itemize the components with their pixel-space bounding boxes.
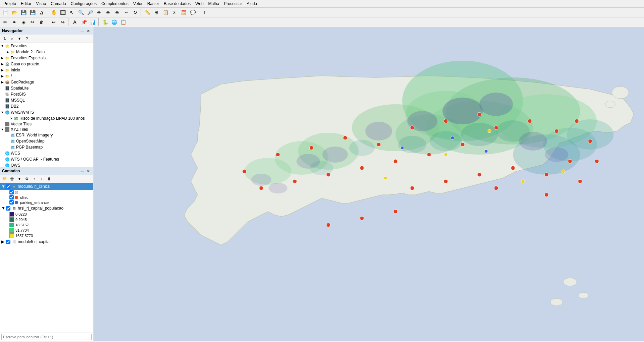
plugin2-btn[interactable]: 🌐 [110,18,118,26]
nav-item-risco[interactable]: ✕ 🗺️ Risco de inundação LiPAD 100 anos [0,115,93,121]
menu-malha[interactable]: Malha [206,1,221,7]
new-project-btn[interactable]: 📄 [1,8,10,17]
nav-item-osm[interactable]: 🗺️ OpenStreetMap [0,138,93,144]
refresh-btn[interactable]: ↻ [131,8,140,17]
menu-camada[interactable]: Camada [49,1,68,7]
zoom-in-btn[interactable]: 🔍 [77,8,85,17]
open-btn[interactable]: 📂 [10,8,19,17]
layer-item-clinics[interactable]: ▼ ● module5 rj_clinics [0,183,93,190]
nav-item-wcs[interactable]: 🌐 WCS [0,150,93,156]
subcheck-dot[interactable] [9,190,14,194]
layers-settings-btn[interactable]: ⚙ [23,175,30,182]
map-area[interactable] [93,27,644,341]
pan-map-btn[interactable]: ↔ [122,8,131,17]
text-btn[interactable]: T [200,8,209,17]
menu-vetor[interactable]: Vetor [131,1,145,7]
menu-visao[interactable]: Visão [34,1,48,7]
chat-btn[interactable]: 💬 [188,8,197,17]
layer-check-capital[interactable] [6,240,10,244]
digitize-btn[interactable]: ✒ [10,18,19,26]
ruler-btn[interactable]: 📏 [143,8,152,17]
nav-item-inicio[interactable]: ▶ 📁 Inicio [0,67,93,73]
nav-refresh-btn[interactable]: ↻ [1,35,8,42]
nav-item-geopackage[interactable]: ▶ 📦 GeoPackage [0,79,93,85]
cut-btn[interactable]: ✂ [28,18,37,26]
undo-btn[interactable]: ↩ [49,18,58,26]
layers-remove-btn[interactable]: 🗑 [46,175,52,182]
nav-item-favoritos[interactable]: ▼ ⭐ Favoritos [0,43,93,49]
risco-icon: 🗺️ [13,116,19,121]
navigator-minimize-btn[interactable]: — [80,28,85,34]
node-btn[interactable]: ◈ [19,18,28,26]
select-btn[interactable]: ↖ [67,8,76,17]
grid-btn[interactable]: ⊞ [152,8,161,17]
layer-check-clinics[interactable] [6,184,10,189]
layers-open-btn[interactable]: 📂 [1,175,8,182]
layers-up-btn[interactable]: ↑ [31,175,38,182]
identify-btn[interactable]: 🔲 [58,8,67,17]
nav-item-mssql[interactable]: 🗄️ MSSQL [0,97,93,103]
svg-point-73 [612,87,629,99]
zoom-sel-btn[interactable]: ⊕ [113,8,121,17]
menu-configuracoes[interactable]: Configurações [69,1,99,7]
nav-item-wms[interactable]: ▼ 🌐 WMS/WMTS [0,109,93,115]
nav-filter-btn[interactable]: ▼ [16,35,23,42]
pan-btn[interactable]: ✋ [49,8,58,17]
field-calc-btn[interactable]: 🧮 [179,8,188,17]
diagram-btn[interactable]: 📊 [89,18,97,26]
subcheck-parking[interactable] [9,200,14,205]
menu-ajuda[interactable]: Ajuda [245,1,259,7]
subcheck-clinic[interactable] [9,195,14,199]
redo-btn[interactable]: ↪ [58,18,67,26]
nav-item-db2[interactable]: 🗄️ DB2 [0,103,93,109]
nav-item-favoritos-espaciais[interactable]: ▶ 📁 Favoritos Espaciais [0,55,93,61]
layers-down-btn[interactable]: ↓ [38,175,45,182]
nav-item-pgp[interactable]: 🗺️ PGP Basemap [0,144,93,150]
plugin3-btn[interactable]: 📋 [119,18,128,26]
nav-item-esri[interactable]: 🗺️ ESRI World Imagery [0,132,93,138]
nav-settings-btn[interactable]: ? [23,35,30,42]
nav-item-ows[interactable]: 🌐 OWS [0,162,93,167]
zoom-full-btn[interactable]: ⊕ [95,8,103,17]
nav-item-vector-tiles[interactable]: Vector Tiles [0,121,93,127]
layers-filter-btn[interactable]: ▼ [16,175,23,182]
search-input[interactable] [1,334,92,340]
menu-processar[interactable]: Processar [222,1,244,7]
plugin1-btn[interactable]: 🐍 [101,18,109,26]
nav-item-xyz[interactable]: ▼ XYZ Tiles [0,127,93,132]
print-btn[interactable]: 🖨 [37,8,46,17]
layers-title: Camadas [2,169,20,173]
nav-item-wfs[interactable]: 🌐 WFS / OGC API - Features [0,156,93,162]
layer-check-hrsl[interactable] [6,206,10,211]
edit-btn[interactable]: ✏ [1,18,10,26]
save-as-btn[interactable]: 💾 [28,8,37,17]
menu-raster[interactable]: Raster [145,1,161,7]
menu-base-dados[interactable]: Base de dados [162,1,193,7]
zoom-out-btn[interactable]: 🔎 [86,8,94,17]
nav-item-postgis[interactable]: 🐘 PostGIS [0,91,93,97]
layers-add-btn[interactable]: ➕ [9,175,15,182]
nav-item-module2[interactable]: ▶ 📁 Module 2 - Data [0,49,93,55]
menu-complementos[interactable]: Complementos [99,1,131,7]
menu-bar: Projeto Editar Visão Camada Configuraçõe… [0,0,644,8]
attrs-btn[interactable]: 📋 [161,8,170,17]
menu-editar[interactable]: Editar [19,1,33,7]
pin-btn[interactable]: 📌 [80,18,88,26]
label-btn[interactable]: A [70,18,79,26]
layer-item-hrsl[interactable]: ▼ ▤ hrsl_rj_capital_populacao [0,205,93,212]
svg-point-57 [410,186,414,190]
layers-minimize-btn[interactable]: — [80,168,85,174]
del-btn[interactable]: 🗑 [37,18,46,26]
menu-projeto[interactable]: Projeto [1,1,18,7]
zoom-layer-btn[interactable]: ⊕ [104,8,112,17]
layer-item-capital[interactable]: ▶ ⬜ module5 rj_capital [0,238,93,245]
stat-btn[interactable]: Σ [170,8,179,17]
save-btn[interactable]: 💾 [19,8,28,17]
nav-item-slash[interactable]: ▶ 📁 / [0,73,93,79]
nav-item-spatialite[interactable]: 🗄️ SpatiaLite [0,85,93,91]
menu-web[interactable]: Web [193,1,205,7]
navigator-close-btn[interactable]: ✕ [86,28,91,34]
layers-close-btn[interactable]: ✕ [86,168,91,174]
nav-item-casa[interactable]: ▶ 🏠 Casa do projeto [0,61,93,67]
nav-home-btn[interactable]: ⌂ [9,35,15,42]
